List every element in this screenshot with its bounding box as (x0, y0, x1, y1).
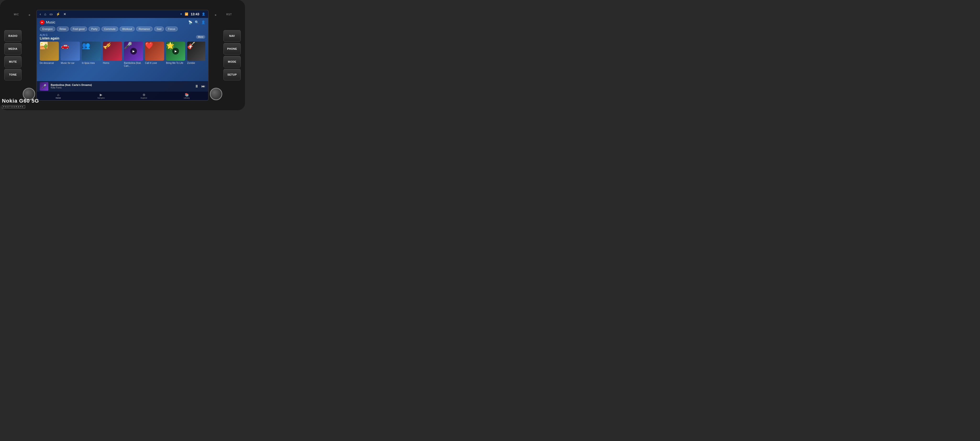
chip-sad[interactable]: Sad (154, 27, 164, 31)
section-title: Listen again (40, 36, 59, 40)
album-label-de: De descarcat (40, 62, 54, 65)
mic-label: MIC (14, 13, 19, 16)
mode-button[interactable]: MODE (223, 56, 241, 67)
back-icon[interactable]: ‹ (40, 12, 41, 16)
album-thumb-callitlove: ❤️ (145, 41, 164, 61)
album-music-for-car[interactable]: 🚗 Music for car (61, 41, 80, 67)
nokia-photo-label: PHOTOGRAPH (2, 105, 25, 108)
rst-label: RST (226, 13, 232, 16)
usb-icon: ⚡ (56, 12, 60, 16)
chip-commute[interactable]: Commute (102, 27, 118, 31)
tone-button[interactable]: TONE (4, 69, 22, 80)
explore-nav-label: Explore (141, 97, 147, 99)
yt-music-icon: ▶ (40, 20, 45, 25)
play-overlay-bambolina: ▶ (130, 48, 137, 54)
nav-library[interactable]: 📚 Library (165, 93, 208, 99)
album-de-descarcat[interactable]: 🏜️ De descarcat (40, 41, 59, 67)
play-overlay-bringme: ▶ (172, 48, 179, 54)
album-thumb-inlipsa: 👥 (82, 41, 101, 61)
album-call-it-love[interactable]: ❤️ Call It Love (145, 41, 164, 67)
app-area: ▶ Music 📡 🔍 👤 Energize Relax Feel good P… (37, 18, 208, 100)
chip-workout[interactable]: Workout (119, 27, 135, 31)
album-label-horns: Horns (103, 62, 109, 65)
album-label-inlipsa: In lipsa mea (82, 62, 95, 65)
music-logo: ▶ Music (40, 20, 55, 25)
pause-button[interactable]: ⏸ (195, 84, 199, 89)
chip-romance[interactable]: Romance (136, 27, 153, 31)
album-label-zombie: Zombie (187, 62, 195, 65)
samples-nav-icon: ▶ (100, 93, 102, 97)
mic-dot (29, 14, 30, 16)
np-info: Bambolina (feat. Carla's Dreams) Killa F… (51, 84, 192, 89)
right-knob[interactable] (210, 88, 222, 100)
header-actions: 📡 🔍 👤 (188, 20, 205, 24)
next-button[interactable]: ⏭ (202, 84, 205, 89)
search-icon[interactable]: 🔍 (195, 20, 199, 24)
screen: ‹ ⌂ ▭ ⚡ ✕ ✦ 📶 13:43 👤 ▶ Music (37, 10, 208, 101)
mute-button[interactable]: MUTE (4, 56, 22, 67)
profile-icon[interactable]: 👤 (201, 20, 205, 24)
right-panel: NAV PHONE MODE SETUP (223, 30, 241, 80)
np-title: Bambolina (feat. Carla's Dreams) (51, 84, 192, 86)
setup-button[interactable]: SETUP (223, 69, 241, 80)
home-nav-icon: ⌂ (57, 93, 59, 97)
recents-icon[interactable]: ▭ (49, 12, 52, 16)
album-thumb-zombie: 🎸 (187, 41, 205, 61)
cast-icon[interactable]: 📡 (188, 20, 192, 24)
album-thumb-horns: 🎺 (103, 41, 122, 61)
album-label-callitlove: Call It Love (145, 62, 157, 65)
album-in-lipsa-mea[interactable]: 👥 In lipsa mea (82, 41, 101, 67)
album-bring-me-to-life[interactable]: ▶ 🌟 Bring Me To Life (166, 41, 185, 67)
album-thumb-de: 🏜️ (40, 41, 59, 61)
album-bambolina[interactable]: ▶ 🎤 Bambolina (feat. Carl... (124, 41, 143, 67)
listen-again-section: ALIN G Listen again More 🏜️ De descarcat (37, 32, 208, 68)
nav-button[interactable]: NAV (223, 30, 241, 41)
home-icon[interactable]: ⌂ (44, 12, 46, 16)
bluetooth-icon: ✦ (180, 13, 182, 16)
phone-button[interactable]: PHONE (223, 43, 241, 54)
nav-samples[interactable]: ▶ Samples (80, 93, 123, 99)
album-label-bringme: Bring Me To Life (166, 62, 183, 65)
bottom-nav: ⌂ Home ▶ Samples ⊕ Explore 📚 Library (37, 92, 208, 100)
chip-focus[interactable]: Focus (165, 27, 178, 31)
section-header: ALIN G Listen again More (40, 34, 205, 40)
radio-button[interactable]: RADIO (4, 30, 22, 41)
music-header: ▶ Music 📡 🔍 👤 (37, 18, 208, 25)
chip-party[interactable]: Party (89, 27, 100, 31)
chip-feelgood[interactable]: Feel good (70, 27, 88, 31)
library-nav-icon: 📚 (185, 93, 189, 97)
nokia-brand: Nokia G60 5G (2, 98, 39, 104)
samples-nav-label: Samples (97, 97, 105, 99)
album-thumb-bringme: ▶ 🌟 (166, 41, 185, 61)
media-button[interactable]: MEDIA (4, 43, 22, 54)
account-icon[interactable]: 👤 (202, 13, 205, 16)
album-thumb-music: 🚗 (61, 41, 80, 61)
chip-energize[interactable]: Energize (40, 27, 55, 31)
library-nav-label: Library (184, 97, 189, 99)
left-panel: RADIO MEDIA MUTE TONE (4, 30, 22, 80)
app-title: Music (46, 20, 55, 24)
home-nav-label: Home (56, 97, 61, 99)
status-bar: ‹ ⌂ ▭ ⚡ ✕ ✦ 📶 13:43 👤 (37, 10, 208, 18)
np-thumbnail: 🎤 (40, 82, 48, 90)
car-unit: MIC RST RADIO MEDIA MUTE TONE NAV PHONE … (0, 0, 245, 110)
now-playing-bar: 🎤 Bambolina (feat. Carla's Dreams) Killa… (37, 81, 208, 92)
album-label-music: Music for car (61, 62, 75, 65)
nav-explore[interactable]: ⊕ Explore (123, 93, 165, 99)
rst-dot (215, 14, 216, 16)
section-header-left: ALIN G Listen again (40, 34, 59, 40)
album-zombie[interactable]: 🎸 Zombie (187, 41, 205, 67)
section-user: ALIN G (40, 34, 59, 36)
explore-nav-icon: ⊕ (143, 93, 145, 97)
more-button[interactable]: More (196, 35, 205, 39)
np-controls: ⏸ ⏭ (195, 84, 205, 89)
close-icon[interactable]: ✕ (64, 12, 66, 16)
nokia-watermark: Nokia G60 5G PHOTOGRAPH (2, 98, 39, 108)
wifi-icon: 📶 (185, 13, 188, 16)
status-right: ✦ 📶 13:43 👤 (180, 12, 205, 16)
nav-home[interactable]: ⌂ Home (37, 93, 80, 99)
np-artist: Killa Fonic (51, 86, 192, 89)
chip-relax[interactable]: Relax (57, 27, 68, 31)
time-display: 13:43 (191, 12, 199, 16)
album-horns[interactable]: 🎺 Horns (103, 41, 122, 67)
